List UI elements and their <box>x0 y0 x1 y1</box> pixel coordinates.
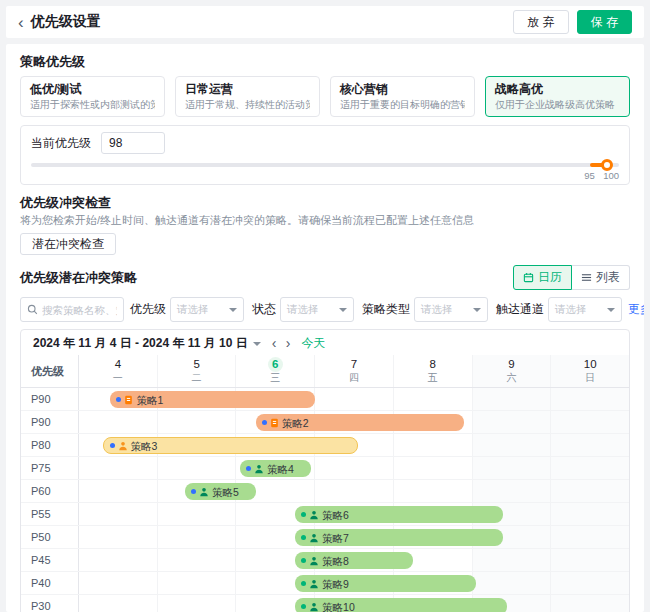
tier-card-3[interactable]: 核心营销适用于重要的目标明确的营销活动 <box>330 76 475 117</box>
day-cell <box>550 388 629 410</box>
day-cell <box>157 457 236 479</box>
gantt-bar-策略10[interactable]: 策略10 <box>295 598 507 612</box>
gantt-bar-策略3[interactable]: 策略3 <box>103 437 358 454</box>
priority-slider[interactable]: 95 100 <box>31 158 619 182</box>
status-dot <box>301 535 306 540</box>
day-cell <box>472 411 551 433</box>
search-box[interactable] <box>20 297 124 322</box>
gantt-row-4: P60策略5 <box>21 480 629 503</box>
day-cell <box>157 595 236 612</box>
current-priority-label: 当前优先级 <box>31 135 91 152</box>
tier-card-2[interactable]: 日常运营适用于常规、持续性的活动策略 <box>175 76 320 117</box>
row-priority: P30 <box>21 595 79 612</box>
day-number: 7 <box>347 357 362 372</box>
back-icon[interactable]: ‹ <box>18 14 24 31</box>
next-week-button[interactable]: › <box>283 336 294 350</box>
tier-desc: 适用于重要的目标明确的营销活动 <box>340 99 465 111</box>
gantt-bar-策略8[interactable]: 策略8 <box>295 552 413 569</box>
person-icon <box>309 510 319 520</box>
tier-name: 核心营销 <box>340 82 465 97</box>
status-dot <box>110 443 115 448</box>
day-weekday: 日 <box>585 372 595 384</box>
row-priority: P80 <box>21 434 79 456</box>
day-number: 6 <box>268 357 283 372</box>
chevron-down-icon <box>229 308 237 312</box>
gantt-bar-策略1[interactable]: 策略1 <box>110 391 314 408</box>
gantt-bar-策略9[interactable]: 策略9 <box>295 575 476 592</box>
list-icon <box>581 272 592 283</box>
day-header-8: 8五 <box>393 355 472 387</box>
status-dot <box>191 489 196 494</box>
save-button[interactable]: 保 存 <box>577 10 632 34</box>
conflict-check-desc: 将为您检索开始/终止时间、触达通道有潜在冲突的策略。请确保当前流程已配置上述任意… <box>20 214 630 227</box>
filter-group-1: 状态请选择 <box>252 297 354 322</box>
day-cell <box>550 411 629 433</box>
date-range-picker[interactable]: 2024 年 11 月 4 日 - 2024 年 11 月 10 日 <box>33 335 261 352</box>
filter-groups: 优先级请选择状态请选择策略类型请选择触达通道请选择 <box>130 297 622 322</box>
conflict-list-title: 优先级潜在冲突策略 <box>20 270 137 285</box>
calendar-view-button[interactable]: 日历 <box>513 265 572 290</box>
person-icon <box>254 464 264 474</box>
doc-icon <box>124 395 133 405</box>
filter-group-0: 优先级请选择 <box>130 297 244 322</box>
filter-select[interactable]: 请选择 <box>280 297 354 322</box>
day-header-6: 6三 <box>235 355 314 387</box>
calendar-toolbar: 2024 年 11 月 4 日 - 2024 年 11 月 10 日 ‹ › 今… <box>21 330 629 355</box>
filter-select[interactable]: 请选择 <box>170 297 244 322</box>
gantt-bar-策略7[interactable]: 策略7 <box>295 529 503 546</box>
tier-desc: 适用于常规、持续性的活动策略 <box>185 99 310 111</box>
tier-card-1[interactable]: 低优/测试适用于探索性或内部测试的策略 <box>20 76 165 117</box>
day-cell <box>79 480 157 502</box>
day-cell <box>393 480 472 502</box>
conflict-check-button[interactable]: 潜在冲突检查 <box>20 233 116 255</box>
tier-card-4[interactable]: 战略高优仅用于企业战略级高优策略 <box>485 76 630 117</box>
filter-select[interactable]: 请选择 <box>548 297 622 322</box>
conflict-check-title: 优先级冲突检查 <box>20 195 630 210</box>
prev-week-button[interactable]: ‹ <box>269 336 280 350</box>
view-toggle: 日历 列表 <box>513 265 630 290</box>
day-cell <box>550 526 629 548</box>
more-filters-link[interactable]: 更多 <box>628 301 644 318</box>
bar-label: 策略4 <box>267 464 294 475</box>
filter-select[interactable]: 请选择 <box>414 297 488 322</box>
day-cell <box>314 480 393 502</box>
day-cell <box>393 457 472 479</box>
list-view-button[interactable]: 列表 <box>572 265 630 290</box>
current-priority-input[interactable] <box>101 132 165 154</box>
day-cell <box>157 526 236 548</box>
status-dot <box>301 512 306 517</box>
day-cell <box>550 503 629 525</box>
day-number: 10 <box>583 357 598 372</box>
chevron-down-icon <box>339 308 347 312</box>
row-priority: P40 <box>21 572 79 594</box>
gantt-row-2: P80策略3 <box>21 434 629 457</box>
day-header-4: 4一 <box>79 355 157 387</box>
discard-button[interactable]: 放 弃 <box>513 10 568 34</box>
day-weekday: 六 <box>506 372 516 384</box>
day-cell <box>550 572 629 594</box>
day-cell <box>472 388 551 410</box>
bar-label: 策略10 <box>322 602 355 612</box>
status-dot <box>301 604 306 609</box>
status-dot <box>246 466 251 471</box>
today-link[interactable]: 今天 <box>301 335 325 352</box>
gantt-bar-策略2[interactable]: 策略2 <box>256 414 464 431</box>
gantt-bar-策略5[interactable]: 策略5 <box>185 483 256 500</box>
day-weekday: 二 <box>192 372 202 384</box>
bar-label: 策略5 <box>212 487 239 498</box>
day-header-9: 9六 <box>472 355 551 387</box>
gantt-bar-策略4[interactable]: 策略4 <box>240 460 311 477</box>
filter-group-2: 策略类型请选择 <box>362 297 488 322</box>
gantt-row-1: P90策略2 <box>21 411 629 434</box>
bar-label: 策略7 <box>322 533 349 544</box>
search-input[interactable] <box>42 304 117 316</box>
slider-min-label: 95 <box>584 170 595 181</box>
day-cell <box>550 457 629 479</box>
person-icon <box>118 441 128 451</box>
bar-label: 策略1 <box>136 395 163 406</box>
day-cell <box>550 595 629 612</box>
gantt-row-5: P55策略6 <box>21 503 629 526</box>
gantt-bar-策略6[interactable]: 策略6 <box>295 506 503 523</box>
tier-desc: 仅用于企业战略级高优策略 <box>495 99 620 111</box>
person-icon <box>309 602 319 612</box>
